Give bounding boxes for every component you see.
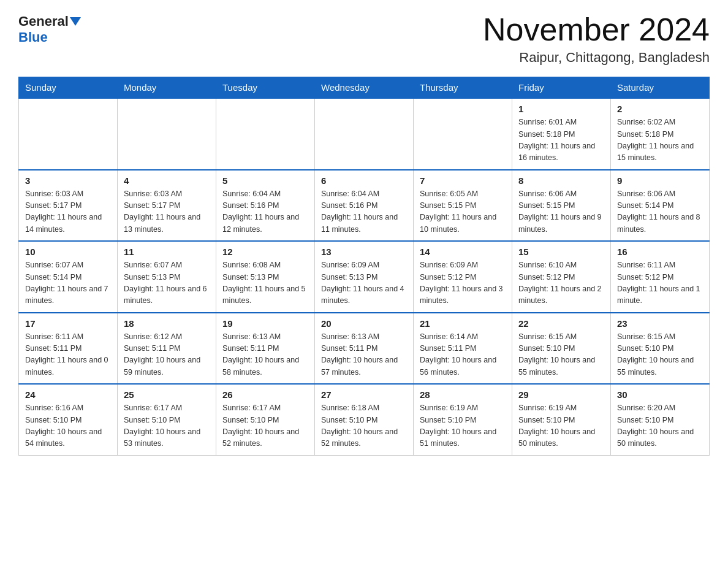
sun-info: Sunrise: 6:11 AMSunset: 5:11 PMDaylight:…: [25, 331, 111, 379]
calendar-cell: 4Sunrise: 6:03 AMSunset: 5:17 PMDaylight…: [118, 170, 216, 242]
day-number: 16: [617, 247, 703, 257]
week-row-5: 24Sunrise: 6:16 AMSunset: 5:10 PMDayligh…: [19, 384, 710, 455]
week-row-2: 3Sunrise: 6:03 AMSunset: 5:17 PMDaylight…: [19, 170, 710, 242]
logo: General Blue: [18, 15, 81, 45]
day-number: 28: [420, 389, 506, 400]
calendar-cell: 13Sunrise: 6:09 AMSunset: 5:13 PMDayligh…: [315, 241, 414, 313]
sun-info: Sunrise: 6:13 AMSunset: 5:11 PMDaylight:…: [222, 331, 308, 379]
day-number: 9: [617, 175, 703, 186]
day-number: 2: [617, 104, 703, 114]
weekday-header-friday: Friday: [512, 77, 611, 99]
calendar-cell: 9Sunrise: 6:06 AMSunset: 5:14 PMDaylight…: [611, 170, 710, 242]
day-number: 30: [617, 389, 703, 400]
calendar-cell: 24Sunrise: 6:16 AMSunset: 5:10 PMDayligh…: [19, 384, 118, 455]
calendar-cell: 1Sunrise: 6:01 AMSunset: 5:18 PMDaylight…: [512, 98, 611, 170]
calendar-cell: 10Sunrise: 6:07 AMSunset: 5:14 PMDayligh…: [19, 241, 118, 313]
sun-info: Sunrise: 6:06 AMSunset: 5:14 PMDaylight:…: [617, 188, 703, 236]
calendar-cell: [216, 98, 315, 170]
sun-info: Sunrise: 6:04 AMSunset: 5:16 PMDaylight:…: [321, 188, 407, 236]
day-number: 15: [518, 247, 604, 257]
sun-info: Sunrise: 6:14 AMSunset: 5:11 PMDaylight:…: [420, 331, 506, 379]
sun-info: Sunrise: 6:13 AMSunset: 5:11 PMDaylight:…: [321, 331, 407, 379]
day-number: 21: [420, 318, 506, 329]
day-number: 10: [25, 247, 111, 257]
day-number: 23: [617, 318, 703, 329]
calendar-cell: 2Sunrise: 6:02 AMSunset: 5:18 PMDaylight…: [611, 98, 710, 170]
sun-info: Sunrise: 6:17 AMSunset: 5:10 PMDaylight:…: [124, 402, 210, 450]
sun-info: Sunrise: 6:11 AMSunset: 5:12 PMDaylight:…: [617, 259, 703, 307]
day-number: 18: [124, 318, 210, 329]
logo-general-text: General: [18, 15, 69, 28]
day-number: 3: [25, 175, 111, 186]
day-number: 5: [222, 175, 308, 186]
sun-info: Sunrise: 6:09 AMSunset: 5:12 PMDaylight:…: [420, 259, 506, 307]
calendar-cell: 6Sunrise: 6:04 AMSunset: 5:16 PMDaylight…: [315, 170, 414, 242]
calendar-cell: 5Sunrise: 6:04 AMSunset: 5:16 PMDaylight…: [216, 170, 315, 242]
sun-info: Sunrise: 6:16 AMSunset: 5:10 PMDaylight:…: [25, 402, 111, 450]
weekday-header-monday: Monday: [118, 77, 216, 99]
calendar-cell: 19Sunrise: 6:13 AMSunset: 5:11 PMDayligh…: [216, 313, 315, 385]
logo-triangle-icon: [70, 17, 81, 26]
location-title: Raipur, Chittagong, Bangladesh: [483, 50, 710, 66]
sun-info: Sunrise: 6:19 AMSunset: 5:10 PMDaylight:…: [420, 402, 506, 450]
day-number: 13: [321, 247, 407, 257]
day-number: 26: [222, 389, 308, 400]
day-number: 11: [124, 247, 210, 257]
weekday-header-row: SundayMondayTuesdayWednesdayThursdayFrid…: [19, 77, 710, 99]
sun-info: Sunrise: 6:07 AMSunset: 5:14 PMDaylight:…: [25, 259, 111, 307]
calendar-cell: 11Sunrise: 6:07 AMSunset: 5:13 PMDayligh…: [118, 241, 216, 313]
calendar-cell: 27Sunrise: 6:18 AMSunset: 5:10 PMDayligh…: [315, 384, 414, 455]
calendar-cell: 18Sunrise: 6:12 AMSunset: 5:11 PMDayligh…: [118, 313, 216, 385]
day-number: 7: [420, 175, 506, 186]
day-number: 8: [518, 175, 604, 186]
day-number: 1: [518, 104, 604, 114]
title-area: November 2024 Raipur, Chittagong, Bangla…: [483, 12, 710, 66]
calendar-cell: 16Sunrise: 6:11 AMSunset: 5:12 PMDayligh…: [611, 241, 710, 313]
sun-info: Sunrise: 6:12 AMSunset: 5:11 PMDaylight:…: [124, 331, 210, 379]
sun-info: Sunrise: 6:15 AMSunset: 5:10 PMDaylight:…: [617, 331, 703, 379]
sun-info: Sunrise: 6:05 AMSunset: 5:15 PMDaylight:…: [420, 188, 506, 236]
calendar-cell: 23Sunrise: 6:15 AMSunset: 5:10 PMDayligh…: [611, 313, 710, 385]
sun-info: Sunrise: 6:15 AMSunset: 5:10 PMDaylight:…: [518, 331, 604, 379]
sun-info: Sunrise: 6:03 AMSunset: 5:17 PMDaylight:…: [124, 188, 210, 236]
sun-info: Sunrise: 6:02 AMSunset: 5:18 PMDaylight:…: [617, 117, 703, 164]
sun-info: Sunrise: 6:07 AMSunset: 5:13 PMDaylight:…: [124, 259, 210, 307]
sun-info: Sunrise: 6:10 AMSunset: 5:12 PMDaylight:…: [518, 259, 604, 307]
sun-info: Sunrise: 6:04 AMSunset: 5:16 PMDaylight:…: [222, 188, 308, 236]
sun-info: Sunrise: 6:01 AMSunset: 5:18 PMDaylight:…: [518, 117, 604, 164]
calendar-cell: 17Sunrise: 6:11 AMSunset: 5:11 PMDayligh…: [19, 313, 118, 385]
calendar-cell: 20Sunrise: 6:13 AMSunset: 5:11 PMDayligh…: [315, 313, 414, 385]
sun-info: Sunrise: 6:18 AMSunset: 5:10 PMDaylight:…: [321, 402, 407, 450]
sun-info: Sunrise: 6:20 AMSunset: 5:10 PMDaylight:…: [617, 402, 703, 450]
calendar-cell: 8Sunrise: 6:06 AMSunset: 5:15 PMDaylight…: [512, 170, 611, 242]
calendar-cell: 3Sunrise: 6:03 AMSunset: 5:17 PMDaylight…: [19, 170, 118, 242]
day-number: 12: [222, 247, 308, 257]
day-number: 20: [321, 318, 407, 329]
calendar-cell: 21Sunrise: 6:14 AMSunset: 5:11 PMDayligh…: [414, 313, 512, 385]
day-number: 25: [124, 389, 210, 400]
sun-info: Sunrise: 6:09 AMSunset: 5:13 PMDaylight:…: [321, 259, 407, 307]
sun-info: Sunrise: 6:19 AMSunset: 5:10 PMDaylight:…: [518, 402, 604, 450]
week-row-1: 1Sunrise: 6:01 AMSunset: 5:18 PMDaylight…: [19, 98, 710, 170]
day-number: 17: [25, 318, 111, 329]
week-row-3: 10Sunrise: 6:07 AMSunset: 5:14 PMDayligh…: [19, 241, 710, 313]
calendar-table: SundayMondayTuesdayWednesdayThursdayFrid…: [18, 77, 710, 456]
weekday-header-thursday: Thursday: [414, 77, 512, 99]
weekday-header-saturday: Saturday: [611, 77, 710, 99]
calendar-cell: 15Sunrise: 6:10 AMSunset: 5:12 PMDayligh…: [512, 241, 611, 313]
page-header: General Blue November 2024 Raipur, Chitt…: [18, 12, 710, 66]
calendar-cell: 30Sunrise: 6:20 AMSunset: 5:10 PMDayligh…: [611, 384, 710, 455]
calendar-cell: 25Sunrise: 6:17 AMSunset: 5:10 PMDayligh…: [118, 384, 216, 455]
sun-info: Sunrise: 6:08 AMSunset: 5:13 PMDaylight:…: [222, 259, 308, 307]
calendar-cell: 26Sunrise: 6:17 AMSunset: 5:10 PMDayligh…: [216, 384, 315, 455]
weekday-header-sunday: Sunday: [19, 77, 118, 99]
calendar-cell: [118, 98, 216, 170]
day-number: 22: [518, 318, 604, 329]
day-number: 19: [222, 318, 308, 329]
day-number: 29: [518, 389, 604, 400]
sun-info: Sunrise: 6:17 AMSunset: 5:10 PMDaylight:…: [222, 402, 308, 450]
day-number: 4: [124, 175, 210, 186]
calendar-cell: 12Sunrise: 6:08 AMSunset: 5:13 PMDayligh…: [216, 241, 315, 313]
calendar-cell: [414, 98, 512, 170]
day-number: 27: [321, 389, 407, 400]
